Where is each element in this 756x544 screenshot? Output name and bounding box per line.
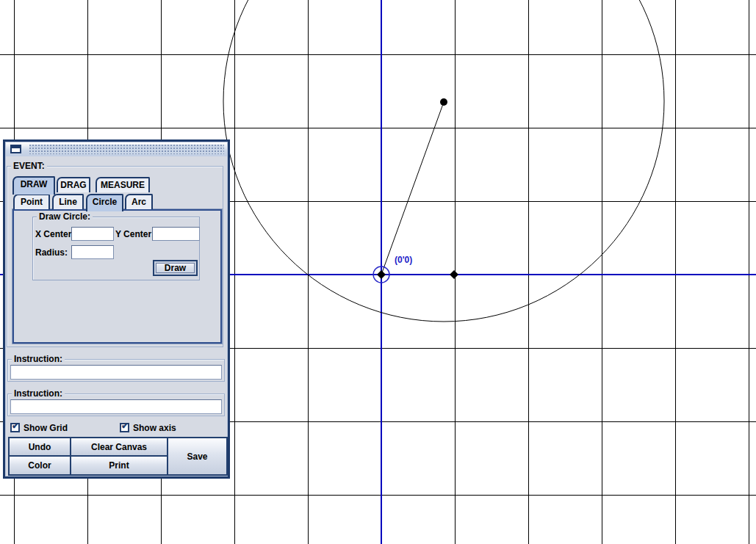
save-button[interactable]: Save [168,438,226,474]
event-group: EVENT: DRAW DRAG MEASURE Point Line Circ… [7,166,223,347]
tab-point-label: Point [21,197,43,207]
instruction-group-2: Instruction: [7,394,225,416]
y-center-field[interactable] [152,227,200,241]
instruction-2-label: Instruction: [12,388,65,399]
tab-arc-label: Arc [132,197,146,207]
instruction-1-textarea[interactable] [10,365,222,380]
tab-arc[interactable]: Arc [125,194,153,209]
point-marker[interactable] [377,270,386,279]
tab-draw-label: DRAW [21,179,48,189]
radius-field[interactable] [71,245,114,259]
point-marker[interactable] [440,98,447,106]
tab-point[interactable]: Point [13,194,50,209]
clear-canvas-button[interactable]: Clear Canvas [71,438,167,455]
tool-panel: EVENT: DRAW DRAG MEASURE Point Line Circ… [3,139,230,479]
y-center-label: Y Center: [115,229,154,239]
circle-tab-content: Draw Circle: X Center: Y Center: Radius:… [12,209,222,344]
tab-measure-label: MEASURE [101,180,145,190]
instruction-1-label: Instruction: [12,354,65,364]
radius-label: Radius: [35,247,68,258]
undo-button[interactable]: Undo [10,438,70,455]
show-axis-checkbox[interactable]: ✔ [120,423,129,432]
print-button[interactable]: Print [71,457,167,474]
x-center-field[interactable] [71,227,114,241]
tab-circle[interactable]: Circle [86,194,123,211]
instruction-group-1: Instruction: [7,359,225,382]
event-group-label: EVENT: [11,161,47,171]
tab-drag[interactable]: DRAG [57,177,90,192]
instruction-2-textarea[interactable] [10,399,222,414]
drawn-circle[interactable] [223,0,664,322]
tab-circle-label: Circle [93,197,117,207]
tab-line[interactable]: Line [52,194,84,209]
panel-titlebar[interactable] [6,142,227,156]
draw-circle-group-label: Draw Circle: [37,211,93,222]
point-marker[interactable] [450,270,458,279]
x-center-label: X Center: [35,229,74,239]
show-grid-label: Show Grid [24,423,68,433]
show-axis-label: Show axis [133,423,176,433]
tab-drag-label: DRAG [60,180,86,190]
show-grid-checkbox[interactable]: ✔ [10,423,20,432]
check-icon: ✔ [121,421,129,431]
check-icon: ✔ [12,421,19,431]
origin-coordinates-label: (0'0) [395,255,412,265]
titlebar-gripper-texture [29,145,224,154]
tab-draw[interactable]: DRAW [12,176,55,195]
tab-line-label: Line [59,197,77,207]
color-button[interactable]: Color [10,457,70,474]
action-button-grid: Undo Clear Canvas Save Color Print [8,437,228,476]
tab-measure[interactable]: MEASURE [96,177,150,192]
window-icon [10,145,21,153]
draw-circle-group: Draw Circle: X Center: Y Center: Radius:… [32,217,200,280]
draw-button[interactable]: Draw [153,260,198,276]
